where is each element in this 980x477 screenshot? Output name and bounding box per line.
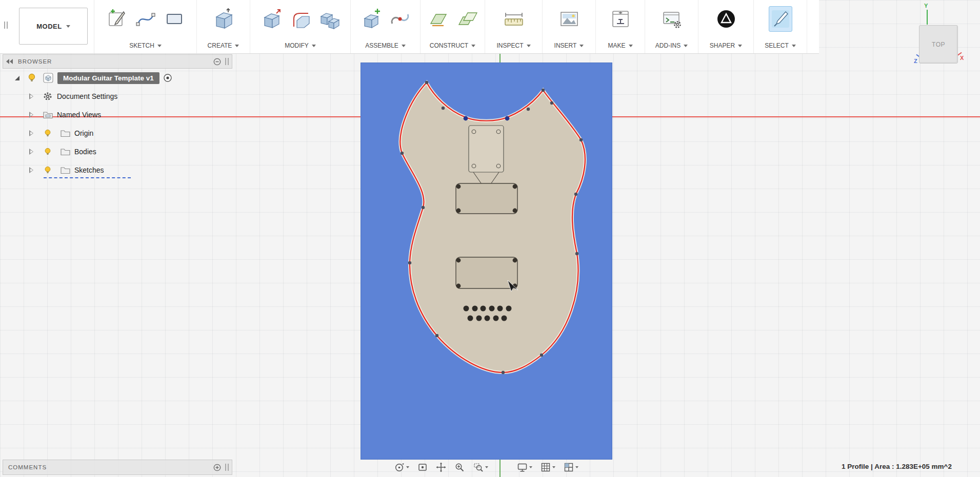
browser-item-label[interactable]: Origin	[74, 129, 93, 137]
sketch-guitar-template[interactable]	[361, 63, 612, 459]
comments-title: COMMENTS	[8, 464, 213, 470]
joint-icon[interactable]	[388, 6, 412, 32]
toolbar-menu-assemble[interactable]: ASSEMBLE	[365, 40, 406, 51]
chevron-down-icon	[575, 466, 578, 468]
extrude-icon[interactable]	[212, 6, 235, 32]
toolbar-group-shaper: SHAPER	[698, 0, 754, 53]
visibility-bulb-icon[interactable]	[43, 147, 53, 157]
display-settings-icon[interactable]	[517, 462, 532, 473]
plane-angle-icon[interactable]	[455, 6, 479, 32]
comments-panel[interactable]: COMMENTS	[3, 460, 232, 475]
toolbar-menu-make[interactable]: MAKE	[608, 40, 632, 51]
spline-icon[interactable]	[134, 6, 157, 32]
workspace-label: MODEL	[36, 23, 62, 30]
chevron-down-icon	[235, 45, 239, 47]
scripts-addins-icon[interactable]	[660, 6, 684, 32]
toolbar: MODEL	[0, 0, 819, 54]
viewcube-top-face[interactable]: TOP	[919, 25, 958, 64]
zoom-icon[interactable]	[454, 462, 465, 472]
drop-target-dashes	[44, 177, 131, 178]
create-sketch-icon[interactable]	[105, 6, 129, 32]
chevron-down-icon	[66, 25, 70, 28]
press-pull-icon[interactable]	[260, 6, 284, 32]
pickup-cavity-neck[interactable]	[456, 183, 517, 214]
insert-image-icon[interactable]	[557, 6, 581, 32]
browser-item-label[interactable]: Document Settings	[57, 92, 117, 100]
chevron-down-icon	[792, 45, 796, 47]
expand-closed-icon[interactable]	[29, 149, 33, 155]
expand-open-icon[interactable]	[15, 76, 19, 80]
chevron-down-icon	[529, 466, 532, 468]
viewcube[interactable]: Y Z X TOP	[913, 3, 975, 68]
collapse-panel-icon[interactable]	[6, 59, 13, 64]
measure-icon[interactable]	[502, 6, 526, 32]
document-root-label[interactable]: Modular Guitar Template v1	[57, 72, 159, 84]
folder-icon	[60, 147, 70, 157]
toolbar-menu-shaper[interactable]: SHAPER	[710, 40, 742, 51]
toolbar-group-sketch: SKETCH	[94, 0, 197, 53]
orbit-icon[interactable]	[394, 462, 409, 473]
browser-row-document-settings[interactable]: Document Settings	[3, 87, 232, 106]
shaper-utilities-icon[interactable]	[714, 6, 738, 32]
chevron-down-icon	[738, 45, 742, 47]
browser-row-root[interactable]: Modular Guitar Template v1	[3, 69, 232, 87]
toolbar-menu-create[interactable]: CREATE	[208, 40, 239, 51]
folder-icon	[60, 165, 70, 175]
visibility-bulb-icon[interactable]	[43, 165, 53, 175]
expand-closed-icon[interactable]	[29, 93, 33, 99]
toolbar-group-addins: ADD-INS	[645, 0, 698, 53]
chevron-down-icon	[471, 45, 475, 47]
browser-row-sketches[interactable]: Sketches	[3, 161, 232, 179]
activate-component-radio-icon[interactable]	[163, 73, 173, 83]
toolbar-grip[interactable]	[4, 22, 8, 29]
chevron-down-icon	[157, 45, 162, 47]
chevron-down-icon	[629, 45, 633, 47]
expand-closed-icon[interactable]	[29, 112, 33, 118]
toolbar-group-insert: INSERT	[543, 0, 596, 53]
rectangle-icon[interactable]	[163, 6, 186, 32]
chevron-down-icon	[579, 45, 584, 47]
combine-icon[interactable]	[317, 6, 341, 32]
expand-comments-icon[interactable]	[213, 464, 221, 471]
visibility-bulb-icon[interactable]	[43, 128, 53, 138]
toolbar-menu-sketch[interactable]: SKETCH	[129, 40, 162, 51]
panel-grip[interactable]	[225, 58, 229, 65]
grid-display-icon[interactable]	[541, 462, 555, 472]
toolbar-menu-addins[interactable]: ADD-INS	[655, 40, 688, 51]
panel-grip[interactable]	[225, 464, 229, 471]
zoom-window-icon[interactable]	[473, 462, 488, 473]
3d-print-icon[interactable]	[609, 6, 632, 32]
browser-row-origin[interactable]: Origin	[3, 124, 232, 142]
chevron-down-icon	[552, 466, 555, 468]
fillet-icon[interactable]	[289, 6, 312, 32]
toolbar-menu-insert[interactable]: INSERT	[554, 40, 584, 51]
select-icon[interactable]	[769, 6, 792, 32]
navigation-bar	[394, 460, 578, 474]
toolbar-menu-select[interactable]: SELECT	[765, 40, 796, 51]
toolbar-group-inspect: INSPECT	[485, 0, 543, 53]
browser-row-bodies[interactable]: Bodies	[3, 142, 232, 161]
collapse-all-icon[interactable]	[213, 58, 221, 66]
viewports-icon[interactable]	[564, 462, 578, 472]
visibility-bulb-icon[interactable]	[27, 73, 37, 83]
viewcube-axis-z: Z	[914, 58, 917, 64]
browser-item-label[interactable]: Named Views	[57, 111, 101, 119]
browser-row-named-views[interactable]: Named Views	[3, 106, 232, 124]
sketch-plane[interactable]	[361, 63, 612, 460]
workspace-switcher[interactable]: MODEL	[19, 8, 88, 45]
plane-offset-icon[interactable]	[427, 6, 450, 32]
look-at-icon[interactable]	[417, 462, 428, 472]
pan-icon[interactable]	[436, 462, 446, 472]
toolbar-menu-construct[interactable]: CONSTRUCT	[430, 40, 475, 51]
expand-closed-icon[interactable]	[29, 130, 33, 136]
expand-closed-icon[interactable]	[29, 167, 33, 173]
toolbar-menu-inspect[interactable]: INSPECT	[496, 40, 530, 51]
pickup-cavity-bridge[interactable]	[456, 257, 517, 288]
chevron-down-icon	[312, 45, 316, 47]
browser-item-label[interactable]: Bodies	[74, 148, 96, 156]
toolbar-menu-modify[interactable]: MODIFY	[285, 40, 316, 51]
toolbar-group-make: MAKE	[596, 0, 645, 53]
new-component-icon[interactable]	[359, 6, 383, 32]
toolbar-group-select: SELECT	[754, 0, 807, 53]
browser-item-label[interactable]: Sketches	[74, 166, 104, 174]
